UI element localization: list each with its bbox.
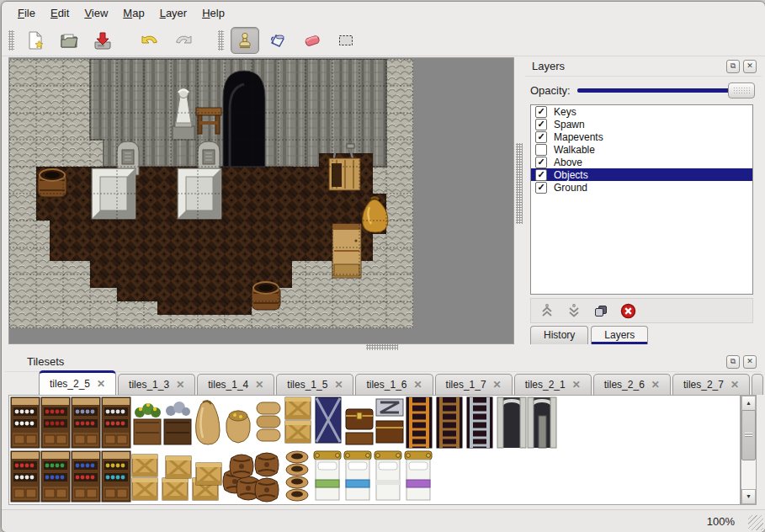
duplicate-layer-icon — [593, 303, 608, 318]
rect-select-icon — [336, 30, 356, 51]
layers-panel-title: Layers — [532, 60, 565, 72]
redo-button[interactable] — [169, 27, 198, 54]
menu-edit[interactable]: Edit — [43, 4, 77, 22]
toolbar-grip[interactable] — [8, 30, 14, 51]
layer-name: Objects — [554, 169, 588, 181]
layer-row-ground[interactable]: ✓ Ground — [531, 181, 752, 194]
menu-layer[interactable]: Layer — [152, 4, 195, 22]
eraser-icon — [301, 30, 323, 51]
float-panel-icon[interactable]: ⧉ — [726, 355, 740, 369]
opacity-slider-handle[interactable] — [728, 82, 755, 98]
menu-view[interactable]: View — [77, 4, 115, 22]
opacity-label: Opacity: — [530, 84, 572, 97]
visibility-checkbox[interactable]: ✓ — [535, 106, 547, 118]
tilesets-panel: Tilesets ⧉ ✕ tiles_2_5 ✕ tiles_1_3 ✕ til… — [5, 353, 762, 508]
visibility-checkbox[interactable]: ✓ — [535, 119, 547, 130]
delete-layer-button[interactable] — [619, 301, 637, 320]
tileset-tab-tiles_2_5[interactable]: tiles_2_5 ✕ — [39, 370, 116, 395]
scroll-up-icon[interactable]: ▲ — [741, 396, 756, 411]
tab-layers[interactable]: Layers — [591, 326, 648, 344]
raise-layer-button[interactable] — [538, 301, 556, 320]
stamp-icon — [235, 30, 255, 51]
tab-close-icon[interactable]: ✕ — [493, 379, 502, 391]
scroll-down-icon[interactable]: ▼ — [741, 489, 756, 504]
layers-panel-titlebar: Layers ⧉ ✕ — [525, 57, 762, 77]
layer-name: Above — [554, 157, 582, 168]
tab-close-icon[interactable]: ✕ — [572, 379, 581, 391]
tileset-tab-bar: tiles_2_5 ✕ tiles_1_3 ✕ tiles_1_4 ✕ tile… — [39, 372, 760, 395]
tileset-tab-tiles_2_1[interactable]: tiles_2_1 ✕ — [514, 374, 592, 395]
status-bar: 100% — [2, 509, 765, 532]
tileset-scrollbar[interactable]: ▲ ▼ — [741, 395, 757, 505]
layer-buttons-bar — [530, 298, 753, 323]
close-panel-icon[interactable]: ✕ — [743, 60, 757, 73]
lower-layer-button[interactable] — [565, 301, 583, 320]
visibility-checkbox[interactable]: ✓ — [535, 131, 547, 143]
layer-row-walkable[interactable]: Walkable — [531, 143, 752, 156]
tileset-tab-tiles_1_7[interactable]: tiles_1_7 ✕ — [435, 374, 513, 395]
tilesets-panel-title: Tilesets — [27, 355, 64, 368]
horizontal-splitter-handle[interactable] — [366, 344, 398, 350]
tileset-tab-tiles_2_6[interactable]: tiles_2_6 ✕ — [593, 374, 671, 395]
tab-close-icon[interactable]: ✕ — [334, 379, 343, 391]
app-window: File Edit View Map Layer Help — [1, 1, 765, 532]
scrollbar-thumb[interactable] — [741, 410, 756, 460]
tileset-canvas[interactable] — [8, 395, 741, 505]
tab-close-icon[interactable]: ✕ — [97, 378, 105, 390]
layer-name: Spawn — [554, 119, 585, 130]
menu-help[interactable]: Help — [194, 4, 232, 22]
open-map-button[interactable] — [55, 27, 83, 54]
resize-grip[interactable] — [748, 515, 763, 530]
layer-row-spawn[interactable]: ✓ Spawn — [531, 118, 752, 130]
layer-name: Mapevents — [554, 131, 603, 143]
tab-close-icon[interactable]: ✕ — [730, 379, 739, 391]
cabinet-object — [332, 224, 361, 278]
visibility-checkbox[interactable]: ✓ — [535, 182, 547, 194]
toolbar-grip[interactable] — [218, 30, 224, 51]
eraser-tool-button[interactable] — [298, 27, 327, 54]
layer-row-keys[interactable]: ✓ Keys — [531, 105, 752, 118]
visibility-checkbox[interactable]: ✓ — [535, 169, 547, 181]
save-map-button[interactable] — [88, 27, 117, 54]
tab-close-icon[interactable]: ✕ — [413, 379, 422, 391]
raise-layer-icon — [539, 303, 555, 318]
tileset-tab-truncated[interactable]: tiles_ — [752, 374, 763, 395]
undo-icon — [139, 30, 161, 51]
layer-list: ✓ Keys ✓ Spawn ✓ Mapevents Walkable ✓ Ab… — [530, 104, 753, 295]
menu-bar: File Edit View Map Layer Help — [2, 2, 765, 24]
opacity-slider[interactable] — [577, 82, 755, 98]
layer-row-objects[interactable]: ✓ Objects — [531, 168, 752, 181]
layer-row-mapevents[interactable]: ✓ Mapevents — [531, 130, 752, 143]
visibility-checkbox[interactable] — [535, 144, 547, 156]
opacity-row: Opacity: — [530, 81, 755, 99]
map-viewport — [8, 57, 514, 344]
layers-panel: Layers ⧉ ✕ Opacity: ✓ Keys ✓ Spawn ✓ — [525, 57, 762, 344]
tab-history[interactable]: History — [530, 326, 588, 344]
menu-map[interactable]: Map — [115, 4, 151, 22]
visibility-checkbox[interactable]: ✓ — [535, 157, 547, 168]
tileset-tab-tiles_2_7[interactable]: tiles_2_7 ✕ — [672, 374, 750, 395]
menu-file[interactable]: File — [10, 4, 43, 22]
stamp-tool-button[interactable] — [231, 27, 259, 54]
tab-close-icon[interactable]: ✕ — [176, 379, 184, 391]
opacity-slider-track[interactable] — [577, 88, 753, 93]
vertical-splitter-handle[interactable] — [516, 143, 523, 224]
select-tool-button[interactable] — [332, 27, 360, 54]
layer-row-above[interactable]: ✓ Above — [531, 156, 752, 168]
new-map-button[interactable] — [21, 27, 50, 54]
tab-close-icon[interactable]: ✕ — [651, 379, 660, 391]
fill-tool-button[interactable] — [264, 27, 293, 54]
tab-close-icon[interactable]: ✕ — [255, 379, 263, 391]
map-canvas[interactable] — [9, 59, 413, 328]
lower-layer-icon — [566, 303, 582, 318]
tileset-tab-tiles_1_3[interactable]: tiles_1_3 ✕ — [118, 374, 195, 395]
close-panel-icon[interactable]: ✕ — [743, 355, 757, 369]
zoom-level: 100% — [707, 515, 735, 528]
float-panel-icon[interactable]: ⧉ — [726, 60, 740, 73]
tileset-tab-tiles_1_5[interactable]: tiles_1_5 ✕ — [276, 374, 353, 395]
tileset-tab-tiles_1_4[interactable]: tiles_1_4 ✕ — [197, 374, 274, 395]
tileset-tab-tiles_1_6[interactable]: tiles_1_6 ✕ — [355, 374, 433, 395]
tilesets-panel-titlebar: Tilesets ⧉ ✕ — [5, 353, 762, 372]
duplicate-layer-button[interactable] — [592, 301, 610, 320]
undo-button[interactable] — [135, 27, 164, 54]
